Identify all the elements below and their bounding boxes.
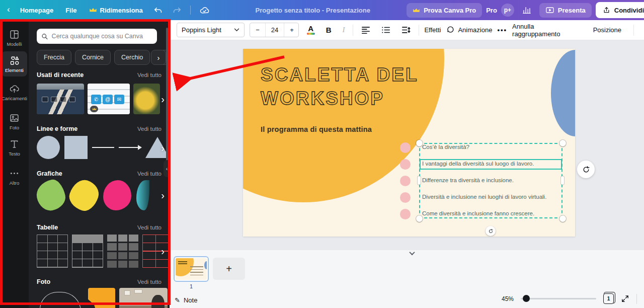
- see-all-link[interactable]: Vedi tutto: [137, 72, 162, 78]
- sidebar-item-testo[interactable]: Testo: [2, 135, 27, 160]
- search-input[interactable]: [52, 33, 152, 40]
- italic-button[interactable]: I: [339, 24, 348, 36]
- rotate-handle[interactable]: [486, 226, 496, 236]
- more-options-button[interactable]: •••: [497, 26, 507, 34]
- avatar[interactable]: p+: [501, 4, 514, 17]
- effects-button[interactable]: Effetti: [424, 26, 441, 34]
- search-box[interactable]: [37, 29, 157, 44]
- homepage-button[interactable]: Homepage: [15, 4, 58, 17]
- bullet-dot[interactable]: [400, 142, 411, 153]
- filmstrip-collapse-button[interactable]: [406, 250, 418, 256]
- graphics-next-arrow[interactable]: ›: [161, 190, 165, 201]
- chips-next-button[interactable]: ›: [151, 50, 166, 65]
- bullet-list-button[interactable]: [378, 24, 393, 36]
- rail-label: Caricamenti: [2, 96, 27, 101]
- zoom-slider[interactable]: [521, 298, 596, 299]
- table-plain[interactable]: [37, 235, 68, 268]
- panel-collapse-handle[interactable]: ‹: [164, 160, 170, 177]
- sidebar-item-elementi[interactable]: Elementi: [2, 51, 27, 76]
- line-spacing-button[interactable]: [398, 24, 414, 36]
- recent-thumb-businessman[interactable]: [37, 84, 84, 114]
- shapes-next-arrow[interactable]: ›: [161, 142, 165, 154]
- shape-arrow[interactable]: [119, 147, 141, 148]
- sidebar-item-caricamenti[interactable]: Caricamenti: [2, 80, 27, 105]
- present-button[interactable]: Presenta: [539, 3, 592, 18]
- slide-blue-blob[interactable]: [551, 50, 575, 136]
- see-all-link[interactable]: Vedi tutto: [137, 171, 162, 177]
- share-button[interactable]: Condividi: [596, 2, 644, 18]
- font-family-select[interactable]: Poppins Light: [177, 23, 245, 37]
- table-red[interactable]: [142, 235, 170, 268]
- text-color-button[interactable]: A: [304, 23, 318, 37]
- font-size-value[interactable]: 24: [265, 23, 284, 37]
- shape-square[interactable]: [64, 136, 88, 159]
- table-filled[interactable]: [107, 235, 138, 268]
- bold-button[interactable]: B: [323, 24, 335, 36]
- page-number: 1: [174, 283, 209, 289]
- redo-button[interactable]: [169, 3, 185, 18]
- document-title[interactable]: Progetto senza titolo - Presentazione: [256, 7, 370, 14]
- slide-title[interactable]: SCALETTA DEL WORKSHOP: [261, 63, 418, 110]
- recent-thumb-keyboard[interactable]: ✆@✉: [88, 84, 130, 114]
- slide-page[interactable]: SCALETTA DEL WORKSHOP Il programma di qu…: [243, 49, 575, 237]
- table-header[interactable]: [72, 235, 103, 268]
- selection-box[interactable]: [419, 143, 562, 218]
- slide-subtitle[interactable]: Il programma di questa mattina: [261, 125, 372, 133]
- graphic-blob-green[interactable]: [34, 178, 67, 213]
- bullet-dot[interactable]: [400, 192, 411, 203]
- chip-cornice[interactable]: Cornice: [75, 50, 111, 65]
- photo-outline-shape[interactable]: [37, 288, 84, 308]
- photo-desk[interactable]: [119, 288, 168, 308]
- undo-button[interactable]: [150, 3, 167, 18]
- photo-orange-shape[interactable]: [88, 288, 115, 308]
- bullet-dot[interactable]: [400, 176, 411, 186]
- selection-handle-ne[interactable]: [559, 140, 566, 146]
- resize-button[interactable]: Ridimensiona: [84, 4, 148, 17]
- selection-handle-se[interactable]: [559, 215, 566, 222]
- sidebar-item-foto[interactable]: Foto: [2, 109, 27, 134]
- font-size-increase[interactable]: +: [284, 23, 298, 37]
- see-all-link[interactable]: Vedi tutto: [137, 224, 162, 230]
- bullet-dot[interactable]: [400, 209, 411, 219]
- position-button[interactable]: Posizione: [593, 26, 621, 34]
- sidebar-item-modelli[interactable]: Modelli: [2, 25, 27, 50]
- insights-button[interactable]: [518, 3, 535, 17]
- graphic-blob-pink[interactable]: [103, 180, 131, 210]
- graphic-blob-yellow[interactable]: [66, 177, 102, 214]
- file-menu[interactable]: File: [60, 4, 82, 17]
- chip-cerchio[interactable]: Cerchio: [114, 50, 150, 65]
- animation-icon: [446, 26, 454, 34]
- font-size-decrease[interactable]: −: [250, 23, 265, 37]
- selection-handle-e[interactable]: [561, 176, 564, 185]
- see-all-link[interactable]: Vedi tutto: [137, 279, 162, 285]
- toolbar-divider: [419, 25, 419, 36]
- rotate-sync-button[interactable]: [577, 161, 595, 178]
- grid-view-button[interactable]: 1: [603, 293, 614, 304]
- bullet-dot[interactable]: [400, 159, 411, 170]
- recent-next-arrow[interactable]: ›: [161, 94, 165, 105]
- selection-handle-w[interactable]: [418, 176, 421, 185]
- notes-button[interactable]: ✎ Note: [175, 296, 197, 304]
- fullscreen-icon[interactable]: [621, 294, 629, 303]
- ungroup-button[interactable]: Annulla raggruppamento: [512, 23, 581, 38]
- see-all-link[interactable]: Vedi tutto: [137, 126, 162, 132]
- zoom-slider-knob[interactable]: [523, 295, 530, 302]
- try-pro-button[interactable]: Prova Canva Pro: [407, 3, 482, 18]
- chip-freccia[interactable]: Freccia: [37, 50, 71, 65]
- recent-thumb-person[interactable]: [133, 84, 160, 114]
- panel-scrollbar[interactable]: [166, 28, 168, 167]
- shape-circle[interactable]: [37, 136, 60, 159]
- selection-handle-sw[interactable]: [416, 215, 423, 222]
- back-icon[interactable]: ‹: [6, 4, 13, 17]
- text-align-button[interactable]: [358, 24, 373, 36]
- graphic-blob-teal[interactable]: [136, 180, 149, 210]
- add-page-button[interactable]: +: [213, 258, 245, 280]
- tables-next-arrow[interactable]: ›: [161, 246, 165, 257]
- elements-panel: Freccia Cornice Cerchio Pasqua › Usati d…: [29, 20, 170, 308]
- shape-line[interactable]: [92, 147, 114, 148]
- animation-button[interactable]: Animazione: [446, 26, 492, 34]
- page-thumbnail-1[interactable]: [174, 256, 209, 282]
- selection-handle-nw[interactable]: [416, 140, 423, 146]
- canvas-workspace[interactable]: SCALETTA DEL WORKSHOP Il programma di qu…: [170, 40, 644, 250]
- sidebar-item-altro[interactable]: Altro: [2, 164, 27, 189]
